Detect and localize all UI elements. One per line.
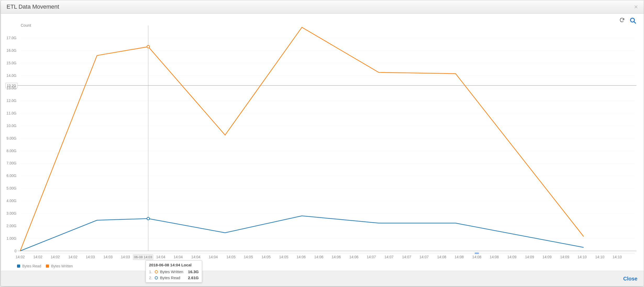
chart-modal: ETL Data Movement × Count 13.2G01.00G2.0… [1,0,644,286]
svg-text:8.00G: 8.00G [7,149,16,153]
svg-text:6.00G: 6.00G [7,174,16,178]
svg-text:14:09: 14:09 [507,255,517,259]
svg-text:3.00G: 3.00G [7,211,16,215]
svg-text:06-08 14:03: 06-08 14:03 [134,255,152,259]
svg-text:14:06: 14:06 [349,255,358,259]
svg-text:14:07: 14:07 [419,255,429,259]
tooltip-series-name: Bytes Read [160,275,183,280]
svg-text:14:08: 14:08 [437,255,446,259]
modal-title: ETL Data Movement [7,3,59,10]
svg-text:7.00G: 7.00G [7,161,16,165]
svg-text:14:08: 14:08 [454,255,464,259]
line-chart-svg: 13.2G01.00G2.00G3.00G4.00G5.00G6.00G7.00… [4,16,640,269]
svg-text:17.0G: 17.0G [7,36,16,40]
chart-area[interactable]: Count 13.2G01.00G2.00G3.00G4.00G5.00G6.0… [4,16,640,269]
svg-text:14:04: 14:04 [191,255,201,259]
svg-text:14:02: 14:02 [68,255,77,259]
svg-text:11.0G: 11.0G [7,111,16,115]
svg-text:14:02: 14:02 [15,255,25,259]
hover-tooltip: 2018-06-08 14:04 Local 1. Bytes Written … [146,260,202,283]
svg-text:14:03: 14:03 [86,255,95,259]
svg-text:14:07: 14:07 [367,255,376,259]
svg-text:13.0G: 13.0G [7,86,16,90]
svg-text:14:02: 14:02 [51,255,60,259]
svg-text:14.0G: 14.0G [7,73,16,78]
svg-text:1.00G: 1.00G [7,236,16,240]
svg-text:14:04: 14:04 [209,255,218,259]
svg-text:14:03: 14:03 [103,255,113,259]
svg-text:14:07: 14:07 [384,255,393,259]
svg-text:14:05: 14:05 [226,255,236,259]
tooltip-series-value: 16.3G [188,269,199,274]
svg-text:14:09: 14:09 [560,255,569,259]
svg-text:14:09: 14:09 [542,255,552,259]
legend-item-bytes-written[interactable]: Bytes Written [46,264,73,268]
svg-rect-41 [20,252,635,254]
legend-item-bytes-read[interactable]: Bytes Read [17,264,41,268]
modal-body: Count 13.2G01.00G2.00G3.00G4.00G5.00G6.0… [1,14,644,271]
svg-text:9.00G: 9.00G [7,136,16,140]
close-icon[interactable]: × [634,3,638,10]
svg-text:2.00G: 2.00G [7,224,16,228]
svg-text:14:06: 14:06 [314,255,323,259]
svg-text:15.0G: 15.0G [7,61,16,65]
tooltip-index: 2. [149,275,153,280]
svg-text:14:09: 14:09 [525,255,534,259]
svg-text:14:08: 14:08 [472,255,481,259]
svg-text:14:02: 14:02 [33,255,42,259]
svg-text:14:04: 14:04 [174,255,183,259]
svg-text:14:07: 14:07 [402,255,411,259]
svg-text:14:03: 14:03 [121,255,130,259]
svg-text:14:05: 14:05 [262,255,271,259]
svg-text:12.0G: 12.0G [7,99,16,103]
svg-text:0: 0 [14,249,16,253]
svg-text:10.0G: 10.0G [7,124,16,128]
close-button[interactable]: Close [623,276,637,282]
svg-point-81 [147,45,149,48]
svg-text:14:04: 14:04 [156,255,165,259]
svg-text:4.00G: 4.00G [7,199,16,203]
svg-text:5.00G: 5.00G [7,186,16,190]
svg-text:14:08: 14:08 [490,255,499,259]
legend-label: Bytes Written [51,264,73,268]
modal-header: ETL Data Movement × [1,0,644,14]
svg-text:14:06: 14:06 [332,255,341,259]
modal-footer: Close [1,271,644,286]
svg-text:16.0G: 16.0G [7,48,16,53]
tooltip-series-value: 2.61G [188,275,199,280]
svg-text:14:10: 14:10 [613,255,622,259]
legend-label: Bytes Read [22,264,41,268]
tooltip-series-name: Bytes Written [160,269,183,274]
legend-swatch-icon [17,265,20,268]
tooltip-index: 1. [149,269,153,274]
tooltip-dot-icon [155,276,158,279]
svg-text:14:10: 14:10 [595,255,604,259]
svg-text:14:06: 14:06 [297,255,306,259]
tooltip-title: 2018-06-08 14:04 Local [149,263,199,267]
legend: Bytes Read Bytes Written [17,264,73,268]
tooltip-row: 1. Bytes Written 16.3G [149,269,199,275]
svg-text:14:05: 14:05 [244,255,253,259]
svg-text:14:10: 14:10 [578,255,587,259]
legend-swatch-icon [46,265,49,268]
svg-point-80 [147,217,149,220]
svg-text:14:05: 14:05 [279,255,288,259]
tooltip-dot-icon [155,270,158,273]
tooltip-row: 2. Bytes Read 2.61G [149,275,199,281]
svg-rect-42 [475,252,479,254]
